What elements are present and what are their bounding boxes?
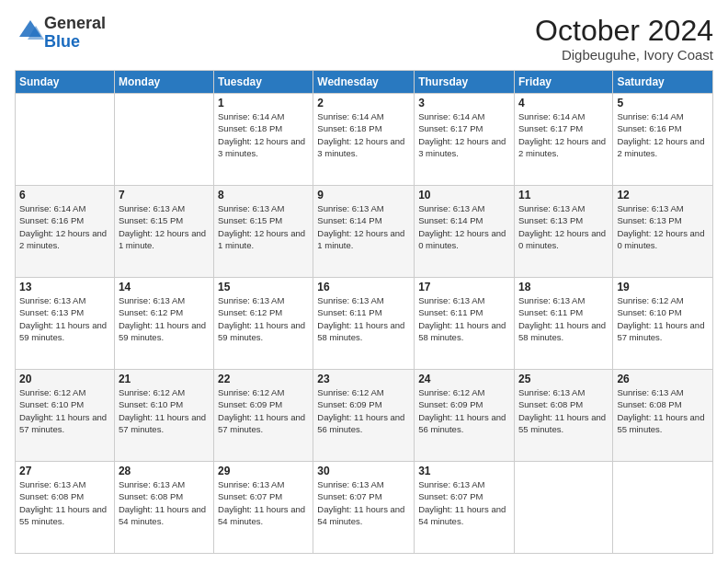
- header-sunday: Sunday: [16, 71, 115, 94]
- calendar-week-3: 13Sunrise: 6:13 AMSunset: 6:13 PMDayligh…: [16, 278, 713, 370]
- day-number: 10: [418, 189, 510, 201]
- calendar-cell: 28Sunrise: 6:13 AMSunset: 6:08 PMDayligh…: [114, 462, 213, 554]
- calendar-cell: 10Sunrise: 6:13 AMSunset: 6:14 PMDayligh…: [415, 186, 515, 278]
- location: Digbeuguhe, Ivory Coast: [535, 47, 713, 63]
- day-info: Sunrise: 6:13 AMSunset: 6:08 PMDaylight:…: [617, 386, 709, 435]
- day-number: 1: [218, 97, 309, 109]
- calendar-cell: [16, 94, 115, 186]
- day-number: 22: [218, 373, 309, 385]
- day-info: Sunrise: 6:13 AMSunset: 6:15 PMDaylight:…: [218, 202, 309, 251]
- calendar-cell: 17Sunrise: 6:13 AMSunset: 6:11 PMDayligh…: [415, 278, 515, 370]
- calendar-week-2: 6Sunrise: 6:14 AMSunset: 6:16 PMDaylight…: [16, 186, 713, 278]
- calendar-cell: [613, 462, 713, 554]
- day-info: Sunrise: 6:13 AMSunset: 6:14 PMDaylight:…: [317, 202, 410, 251]
- day-info: Sunrise: 6:12 AMSunset: 6:10 PMDaylight:…: [617, 294, 709, 343]
- day-info: Sunrise: 6:12 AMSunset: 6:09 PMDaylight:…: [317, 386, 410, 435]
- day-info: Sunrise: 6:13 AMSunset: 6:07 PMDaylight:…: [218, 478, 309, 527]
- header: General Blue October 2024 Digbeuguhe, Iv…: [15, 15, 713, 63]
- day-info: Sunrise: 6:14 AMSunset: 6:16 PMDaylight:…: [617, 110, 709, 159]
- calendar-cell: 18Sunrise: 6:13 AMSunset: 6:11 PMDayligh…: [514, 278, 612, 370]
- day-info: Sunrise: 6:13 AMSunset: 6:13 PMDaylight:…: [19, 294, 110, 343]
- calendar-cell: 2Sunrise: 6:14 AMSunset: 6:18 PMDaylight…: [313, 94, 415, 186]
- day-number: 28: [119, 465, 210, 477]
- header-tuesday: Tuesday: [214, 71, 313, 94]
- calendar-cell: 13Sunrise: 6:13 AMSunset: 6:13 PMDayligh…: [16, 278, 115, 370]
- calendar-header: Sunday Monday Tuesday Wednesday Thursday…: [16, 71, 713, 94]
- day-number: 16: [317, 281, 410, 293]
- day-info: Sunrise: 6:12 AMSunset: 6:09 PMDaylight:…: [418, 386, 510, 435]
- day-info: Sunrise: 6:13 AMSunset: 6:07 PMDaylight:…: [317, 478, 410, 527]
- header-saturday: Saturday: [613, 71, 713, 94]
- calendar-week-4: 20Sunrise: 6:12 AMSunset: 6:10 PMDayligh…: [16, 370, 713, 462]
- header-wednesday: Wednesday: [313, 71, 415, 94]
- calendar-cell: 31Sunrise: 6:13 AMSunset: 6:07 PMDayligh…: [415, 462, 515, 554]
- calendar-cell: 21Sunrise: 6:12 AMSunset: 6:10 PMDayligh…: [114, 370, 213, 462]
- day-number: 6: [19, 189, 110, 201]
- day-info: Sunrise: 6:13 AMSunset: 6:07 PMDaylight:…: [418, 478, 510, 527]
- day-number: 3: [418, 97, 510, 109]
- calendar-cell: 24Sunrise: 6:12 AMSunset: 6:09 PMDayligh…: [415, 370, 515, 462]
- day-number: 2: [317, 97, 410, 109]
- day-info: Sunrise: 6:13 AMSunset: 6:12 PMDaylight:…: [218, 294, 309, 343]
- page: General Blue October 2024 Digbeuguhe, Iv…: [0, 0, 728, 563]
- day-number: 29: [218, 465, 309, 477]
- day-number: 25: [518, 373, 609, 385]
- logo-icon: [17, 17, 44, 45]
- calendar-cell: 12Sunrise: 6:13 AMSunset: 6:13 PMDayligh…: [613, 186, 713, 278]
- calendar-cell: 25Sunrise: 6:13 AMSunset: 6:08 PMDayligh…: [514, 370, 612, 462]
- day-number: 8: [218, 189, 309, 201]
- day-number: 18: [518, 281, 609, 293]
- calendar-cell: 16Sunrise: 6:13 AMSunset: 6:11 PMDayligh…: [313, 278, 415, 370]
- day-number: 27: [19, 465, 110, 477]
- day-number: 26: [617, 373, 709, 385]
- day-info: Sunrise: 6:14 AMSunset: 6:17 PMDaylight:…: [518, 110, 609, 159]
- day-number: 5: [617, 97, 709, 109]
- calendar-cell: 7Sunrise: 6:13 AMSunset: 6:15 PMDaylight…: [114, 186, 213, 278]
- day-number: 24: [418, 373, 510, 385]
- header-friday: Friday: [514, 71, 612, 94]
- calendar-cell: 23Sunrise: 6:12 AMSunset: 6:09 PMDayligh…: [313, 370, 415, 462]
- day-number: 12: [617, 189, 709, 201]
- calendar-cell: 4Sunrise: 6:14 AMSunset: 6:17 PMDaylight…: [514, 94, 612, 186]
- calendar-cell: 15Sunrise: 6:13 AMSunset: 6:12 PMDayligh…: [214, 278, 313, 370]
- day-number: 31: [418, 465, 510, 477]
- day-number: 19: [617, 281, 709, 293]
- calendar-cell: 6Sunrise: 6:14 AMSunset: 6:16 PMDaylight…: [16, 186, 115, 278]
- day-info: Sunrise: 6:13 AMSunset: 6:11 PMDaylight:…: [418, 294, 510, 343]
- calendar-cell: 9Sunrise: 6:13 AMSunset: 6:14 PMDaylight…: [313, 186, 415, 278]
- day-number: 15: [218, 281, 309, 293]
- calendar-cell: 14Sunrise: 6:13 AMSunset: 6:12 PMDayligh…: [114, 278, 213, 370]
- month-title: October 2024: [535, 15, 713, 47]
- day-info: Sunrise: 6:13 AMSunset: 6:15 PMDaylight:…: [119, 202, 210, 251]
- calendar-cell: [514, 462, 612, 554]
- calendar-week-1: 1Sunrise: 6:14 AMSunset: 6:18 PMDaylight…: [16, 94, 713, 186]
- calendar-table: Sunday Monday Tuesday Wednesday Thursday…: [15, 70, 713, 554]
- day-info: Sunrise: 6:14 AMSunset: 6:17 PMDaylight:…: [418, 110, 510, 159]
- day-info: Sunrise: 6:13 AMSunset: 6:08 PMDaylight:…: [518, 386, 609, 435]
- day-info: Sunrise: 6:12 AMSunset: 6:10 PMDaylight:…: [19, 386, 110, 435]
- calendar-cell: 27Sunrise: 6:13 AMSunset: 6:08 PMDayligh…: [16, 462, 115, 554]
- calendar-cell: 19Sunrise: 6:12 AMSunset: 6:10 PMDayligh…: [613, 278, 713, 370]
- day-number: 4: [518, 97, 609, 109]
- day-number: 14: [119, 281, 210, 293]
- day-info: Sunrise: 6:12 AMSunset: 6:09 PMDaylight:…: [218, 386, 309, 435]
- calendar-cell: 30Sunrise: 6:13 AMSunset: 6:07 PMDayligh…: [313, 462, 415, 554]
- title-area: October 2024 Digbeuguhe, Ivory Coast: [535, 15, 713, 63]
- calendar-week-5: 27Sunrise: 6:13 AMSunset: 6:08 PMDayligh…: [16, 462, 713, 554]
- day-number: 23: [317, 373, 410, 385]
- logo: General Blue: [15, 15, 106, 52]
- day-info: Sunrise: 6:13 AMSunset: 6:13 PMDaylight:…: [518, 202, 609, 251]
- calendar-cell: 5Sunrise: 6:14 AMSunset: 6:16 PMDaylight…: [613, 94, 713, 186]
- calendar-cell: 11Sunrise: 6:13 AMSunset: 6:13 PMDayligh…: [514, 186, 612, 278]
- day-info: Sunrise: 6:14 AMSunset: 6:18 PMDaylight:…: [218, 110, 309, 159]
- day-info: Sunrise: 6:13 AMSunset: 6:08 PMDaylight:…: [19, 478, 110, 527]
- day-info: Sunrise: 6:13 AMSunset: 6:11 PMDaylight:…: [518, 294, 609, 343]
- calendar-cell: 1Sunrise: 6:14 AMSunset: 6:18 PMDaylight…: [214, 94, 313, 186]
- day-number: 9: [317, 189, 410, 201]
- logo-blue-text: Blue: [44, 32, 80, 51]
- day-number: 17: [418, 281, 510, 293]
- day-number: 30: [317, 465, 410, 477]
- day-info: Sunrise: 6:14 AMSunset: 6:16 PMDaylight:…: [19, 202, 110, 251]
- day-number: 20: [19, 373, 110, 385]
- calendar-cell: 22Sunrise: 6:12 AMSunset: 6:09 PMDayligh…: [214, 370, 313, 462]
